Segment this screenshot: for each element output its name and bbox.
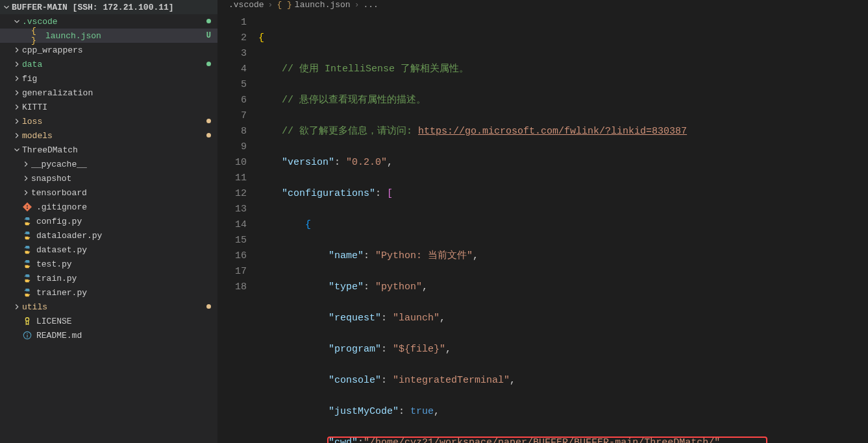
tree-item-label: ThreeDMatch (22, 145, 211, 155)
chevron-right-icon (12, 102, 22, 112)
code-editor[interactable]: 123456789101112131415161718 { // 使用 Inte… (218, 10, 868, 443)
json-value: "integratedTerminal" (393, 375, 510, 386)
json-key: "cwd" (329, 437, 358, 443)
chevron-right-icon (12, 116, 22, 126)
tree-item-label: .vscode (22, 17, 201, 27)
tree-item-label: launch.json (45, 31, 201, 41)
tree-item-label: utils (22, 302, 201, 312)
folder-item[interactable]: ThreeDMatch (0, 143, 217, 157)
chevron-right-icon (21, 187, 31, 198)
line-number-gutter: 123456789101112131415161718 (218, 10, 258, 443)
code-comment: // 悬停以查看现有属性的描述。 (282, 95, 426, 106)
json-key: "type" (329, 281, 364, 293)
svg-rect-2 (27, 335, 27, 337)
file-item[interactable]: config.py (0, 214, 217, 228)
file-item[interactable]: train.py (0, 271, 217, 285)
folder-item[interactable]: fig (0, 71, 217, 86)
info-icon (22, 330, 32, 341)
chevron-down-icon (1, 2, 12, 12)
explorer-root-label: BUFFER-MAIN [SSH: 172.21.100.11] (12, 3, 211, 12)
folder-item[interactable]: generalization (0, 86, 217, 100)
tree-item-label: generalization (22, 88, 211, 98)
code-link[interactable]: https://go.microsoft.com/fwlink/?linkid=… (418, 126, 687, 137)
json-value: "launch" (393, 313, 440, 324)
file-item[interactable]: .gitignore (0, 200, 217, 214)
file-item[interactable]: trainer.py (0, 285, 217, 300)
editor-area: .vscode › { } launch.json › ... 12345678… (218, 0, 868, 443)
chevron-right-icon (21, 159, 31, 169)
chevron-right-icon (12, 73, 22, 84)
json-key: "justMyCode" (329, 406, 399, 417)
breadcrumb[interactable]: .vscode › { } launch.json › ... (218, 0, 868, 10)
folder-item[interactable]: utils (0, 300, 217, 314)
chevron-right-icon (21, 173, 31, 184)
file-item[interactable]: dataloader.py (0, 228, 217, 243)
tree-item-label: trainer.py (36, 288, 211, 298)
file-item[interactable]: README.md (0, 328, 217, 342)
file-item[interactable]: test.py (0, 257, 217, 271)
tree-item-label: LICENSE (36, 317, 211, 326)
folder-item[interactable]: tensorboard (0, 186, 217, 200)
json-value: "/home/cyz21/workspace/paper/BUFFER/BUFF… (364, 437, 720, 443)
explorer-root[interactable]: BUFFER-MAIN [SSH: 172.21.100.11] (0, 0, 217, 14)
code-content[interactable]: { // 使用 IntelliSense 了解相关属性。 // 悬停以查看现有属… (258, 10, 868, 443)
folder-item[interactable]: loss (0, 114, 217, 128)
json-key: "console" (329, 375, 381, 386)
json-value: "Python: 当前文件" (375, 250, 473, 261)
modified-indicator (201, 302, 211, 311)
json-value: "python" (375, 281, 422, 293)
folder-item[interactable]: KITTI (0, 100, 217, 114)
json-key: "name" (329, 250, 364, 261)
breadcrumb-item[interactable]: launch.json (295, 0, 351, 10)
tree-item-label: .gitignore (36, 202, 211, 212)
license-icon (22, 316, 32, 326)
json-key: "program" (329, 344, 381, 355)
python-icon (22, 216, 32, 226)
chevron-right-icon (12, 302, 22, 312)
file-item[interactable]: LICENSE (0, 314, 217, 328)
tree-item-label: data (22, 60, 201, 69)
chevron-right-icon (12, 45, 22, 55)
json-value: true (410, 406, 434, 417)
tree-item-label: tensorboard (31, 188, 211, 198)
modified-indicator (201, 17, 211, 26)
tree-item-label: fig (22, 74, 211, 84)
code-comment: // 使用 IntelliSense 了解相关属性。 (282, 64, 469, 75)
explorer-sidebar[interactable]: BUFFER-MAIN [SSH: 172.21.100.11] .vscode… (0, 0, 218, 443)
python-icon (22, 273, 32, 283)
tree-item-label: __pycache__ (31, 160, 211, 169)
chevron-right-icon (12, 59, 22, 69)
chevron-down-icon (12, 16, 22, 27)
modified-indicator (201, 117, 211, 126)
breadcrumb-item[interactable]: ... (363, 0, 378, 10)
tree-item-label: cpp_wrappers (22, 45, 211, 55)
folder-item[interactable]: cpp_wrappers (0, 43, 217, 57)
json-icon: { } (277, 0, 291, 10)
tree-item-label: config.py (36, 217, 211, 226)
python-icon (22, 287, 32, 298)
modified-indicator (201, 60, 211, 69)
tree-item-label: train.py (36, 274, 211, 283)
python-icon (22, 230, 32, 241)
json-value: "0.2.0" (346, 157, 387, 168)
folder-item[interactable]: data (0, 57, 217, 71)
chevron-right-icon: › (354, 0, 360, 10)
svg-rect-3 (27, 333, 27, 334)
tree-item-label: loss (22, 117, 201, 126)
file-item[interactable]: dataset.py (0, 243, 217, 257)
json-key: "version" (282, 157, 334, 168)
python-icon (22, 259, 32, 269)
json-key: "configurations" (282, 188, 375, 199)
tree-item-label: test.py (36, 259, 211, 269)
python-icon (22, 245, 32, 255)
tree-item-label: models (22, 131, 201, 141)
folder-item[interactable]: snapshot (0, 171, 217, 186)
tree-item-label: dataloader.py (36, 231, 211, 241)
chevron-down-icon (12, 145, 22, 155)
breadcrumb-item[interactable]: .vscode (229, 0, 264, 10)
tree-item-label: README.md (36, 331, 211, 341)
tree-item-label: snapshot (31, 174, 211, 184)
folder-item[interactable]: models (0, 128, 217, 143)
file-item[interactable]: { }launch.jsonU (0, 29, 217, 43)
folder-item[interactable]: __pycache__ (0, 157, 217, 171)
